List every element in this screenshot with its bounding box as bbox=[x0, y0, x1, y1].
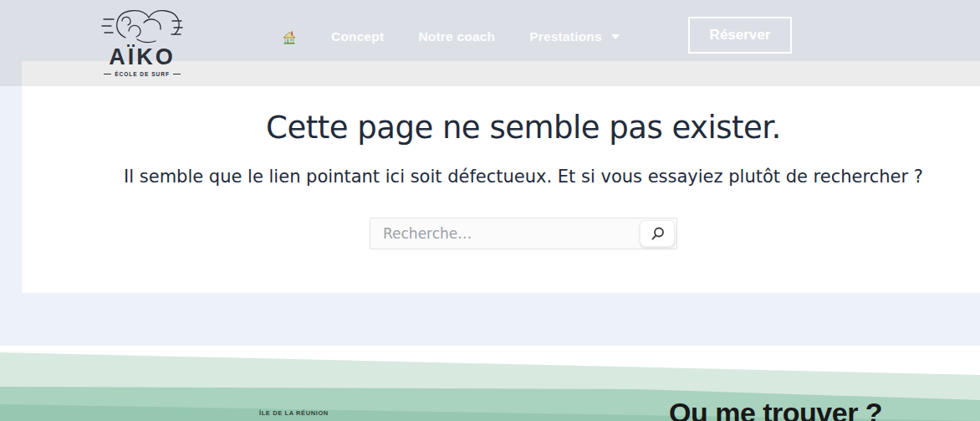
nav-item-concept[interactable]: Concept bbox=[331, 29, 384, 44]
content-card: Cette page ne semble pas exister. Il sem… bbox=[22, 61, 980, 293]
home-icon bbox=[282, 30, 297, 44]
site-logo[interactable]: AÏKO ÉCOLE DE SURF bbox=[98, 3, 186, 80]
brand-name: AÏKO bbox=[98, 46, 186, 69]
footer-location-label: ÎLE DE LA RÉUNION bbox=[259, 409, 329, 417]
error-title: Cette page ne semble pas exister. bbox=[67, 86, 980, 146]
nav-item-prestations[interactable]: Prestations bbox=[529, 29, 620, 44]
nav-item-label: Prestations bbox=[529, 29, 602, 44]
error-404-page: Cette page ne semble pas exister. Il sem… bbox=[0, 0, 980, 421]
nav-item-notre-coach[interactable]: Notre coach bbox=[418, 29, 495, 44]
search-submit-button[interactable] bbox=[640, 220, 675, 247]
main-navbar: AÏKO ÉCOLE DE SURF Concept bbox=[0, 0, 980, 74]
search-input[interactable] bbox=[370, 218, 677, 249]
search-form bbox=[370, 218, 677, 249]
brand-tagline: ÉCOLE DE SURF bbox=[98, 71, 186, 77]
nav-item-label: Concept bbox=[331, 29, 384, 44]
error-subtitle: Il semble que le lien pointant ici soit … bbox=[67, 167, 980, 187]
chevron-down-icon bbox=[611, 34, 620, 39]
reserver-button[interactable]: Réserver bbox=[688, 17, 792, 54]
search-icon bbox=[650, 226, 666, 242]
nav-item-home[interactable] bbox=[282, 30, 297, 44]
nav-item-label: Notre coach bbox=[418, 29, 495, 44]
error-content-area: Cette page ne semble pas exister. Il sem… bbox=[22, 86, 980, 293]
wave-illustration bbox=[98, 3, 186, 48]
nav-menu: Concept Notre coach Prestations bbox=[282, 0, 620, 74]
footer-heading: Ou me trouver ? bbox=[669, 397, 882, 421]
